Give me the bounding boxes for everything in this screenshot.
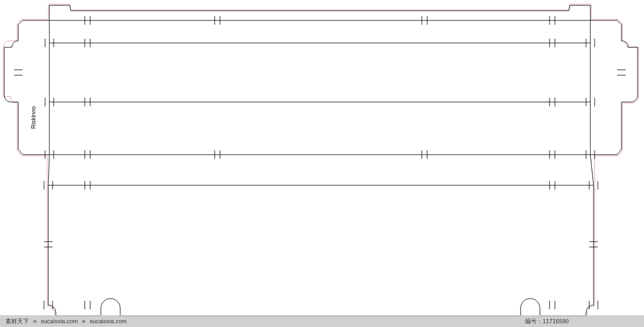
- footer-bar: 素材天下 sucaisxia.com sucaisxia.com 编号：1171…: [0, 315, 644, 327]
- id-value: 11716590: [543, 318, 569, 324]
- crown-icon: [81, 318, 86, 324]
- dieline-drawing: [0, 0, 644, 327]
- id-label: 编号：: [525, 318, 543, 324]
- crown-icon: [32, 318, 38, 324]
- svg-line-8: [48, 155, 49, 185]
- site-label: 素材天下: [5, 317, 29, 325]
- brand-watermark: Riskinno: [30, 106, 36, 129]
- svg-line-9: [590, 155, 594, 185]
- site-url-link[interactable]: sucaisxia.com: [41, 318, 78, 324]
- site-url-link-2[interactable]: sucaisxia.com: [90, 318, 127, 324]
